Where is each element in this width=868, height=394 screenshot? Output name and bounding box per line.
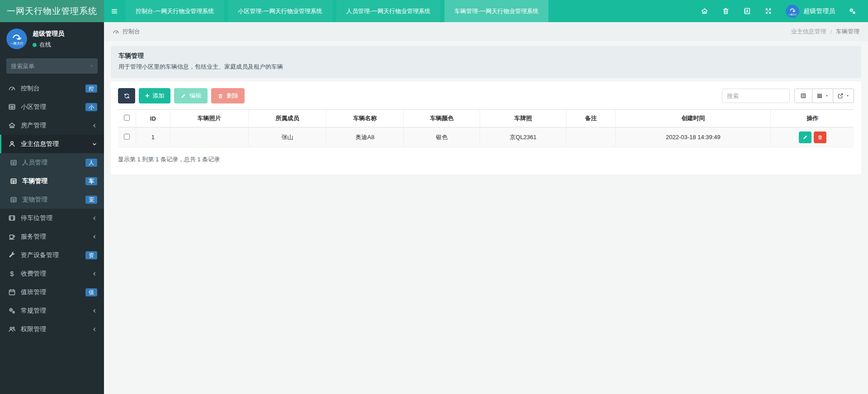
search-icon[interactable] xyxy=(90,63,93,69)
page-header: 车辆管理 用于管理小区里的车辆信息，包括业主、家庭成员及租户的车辆 xyxy=(111,46,861,78)
breadcrumb-home[interactable]: 控制台 xyxy=(113,28,140,36)
pencil-icon xyxy=(802,135,808,140)
table-panel: + 添加 编辑 删除 xyxy=(111,81,861,174)
address-book-icon[interactable] xyxy=(743,7,751,15)
row-delete-button[interactable] xyxy=(814,131,826,143)
table-icon xyxy=(10,159,17,166)
sidebar-user-name: 超级管理员 xyxy=(33,30,64,38)
top-navbar: 一网天行物业管理系统 控制台-一网天行物业管理系统 小区管理-一网天行物业管理系… xyxy=(0,0,868,22)
breadcrumb-separator: / xyxy=(830,28,832,35)
sidebar-item-assets[interactable]: 资产设备管理 资 xyxy=(0,246,104,264)
user-name: 超级管理员 xyxy=(803,7,835,15)
row-edit-button[interactable] xyxy=(799,131,811,143)
cell-name: 奥迪A8 xyxy=(326,127,404,147)
sidebar-item-general[interactable]: 常规管理 xyxy=(0,301,104,320)
sidebar-search-input[interactable] xyxy=(11,63,90,70)
pagination-summary: 显示第 1 到第 1 条记录，总共 1 条记录 xyxy=(118,155,854,164)
svg-text:一网天行: 一网天行 xyxy=(788,13,797,16)
row-select-cell xyxy=(118,127,136,147)
grid-icon xyxy=(816,93,823,99)
tab-dashboard[interactable]: 控制台-一网天行物业管理系统 xyxy=(126,0,224,22)
breadcrumb-section[interactable]: 业主信息管理 xyxy=(791,28,826,36)
trash-icon xyxy=(217,93,223,99)
chevron-left-icon xyxy=(92,216,97,221)
expand-icon[interactable] xyxy=(764,7,772,15)
vehicle-table: ID 车辆照片 所属成员 车辆名称 车辆颜色 车牌照 备注 创建时间 操作 1 … xyxy=(118,109,854,147)
table-icon xyxy=(8,103,16,111)
detail-view-button[interactable] xyxy=(794,89,812,103)
caret-down-icon xyxy=(825,94,829,98)
sidebar-item-service[interactable]: 服务管理 xyxy=(0,227,104,246)
add-button[interactable]: + 添加 xyxy=(139,88,170,103)
export-icon xyxy=(837,93,844,99)
sidebar-item-dashboard[interactable]: 控制台 控 xyxy=(0,79,104,98)
navbar-right: 一网天行 超级管理员 xyxy=(701,0,868,22)
badge: 小 xyxy=(85,103,97,111)
avatar: 一网天行 xyxy=(786,5,799,18)
sidebar-item-pet[interactable]: 宠物管理 宠 xyxy=(0,190,104,209)
page-description: 用于管理小区里的车辆信息，包括业主、家庭成员及租户的车辆 xyxy=(118,63,854,71)
sidebar-avatar: 一网天行 xyxy=(6,28,27,49)
chevron-left-icon xyxy=(92,123,97,128)
chevron-down-icon xyxy=(92,141,97,147)
pencil-icon xyxy=(180,93,186,99)
app-brand[interactable]: 一网天行物业管理系统 xyxy=(0,0,104,22)
sidebar-item-vehicle[interactable]: 车辆管理 车 xyxy=(0,172,104,190)
calendar-icon xyxy=(8,288,16,296)
edit-button[interactable]: 编辑 xyxy=(174,88,208,103)
user-menu[interactable]: 一网天行 超级管理员 xyxy=(786,5,835,18)
badge: 控 xyxy=(85,84,97,93)
tab-personnel[interactable]: 人员管理-一网天行物业管理系统 xyxy=(336,0,440,22)
badge: 人 xyxy=(85,159,97,167)
gears-icon[interactable] xyxy=(849,7,856,15)
badge: 资 xyxy=(85,251,97,259)
sidebar-toggle-button[interactable] xyxy=(104,0,125,22)
page-title: 车辆管理 xyxy=(118,52,854,60)
navbar-spacer xyxy=(548,0,701,22)
delete-button[interactable]: 删除 xyxy=(211,88,245,103)
table-header-row: ID 车辆照片 所属成员 车辆名称 车辆颜色 车牌照 备注 创建时间 操作 xyxy=(118,110,854,127)
sidebar-search xyxy=(6,58,98,74)
detail-view-icon xyxy=(800,93,807,99)
row-checkbox[interactable] xyxy=(124,134,130,140)
sidebar-item-community[interactable]: 小区管理 小 xyxy=(0,98,104,116)
home-icon[interactable] xyxy=(701,7,708,15)
table-search-input[interactable] xyxy=(722,89,790,103)
user-status: 在线 xyxy=(33,41,64,49)
select-all-checkbox[interactable] xyxy=(124,115,130,121)
column-header-created: 创建时间 xyxy=(615,110,771,127)
badge: 车 xyxy=(85,177,97,185)
columns-button[interactable] xyxy=(812,89,833,103)
plus-icon: + xyxy=(145,92,149,99)
cell-created: 2022-03-18 14:39:49 xyxy=(615,127,771,147)
table-row: 1 张山 奥迪A8 银色 京QL2361 2022-03-18 14:39:49 xyxy=(118,127,854,147)
refresh-button[interactable] xyxy=(118,88,135,103)
column-header-photo: 车辆照片 xyxy=(170,110,249,127)
column-header-color: 车辆颜色 xyxy=(404,110,480,127)
table-toolbar: + 添加 编辑 删除 xyxy=(118,88,854,103)
sidebar-item-property[interactable]: 房产管理 xyxy=(0,116,104,135)
cell-ops xyxy=(771,127,854,147)
column-header-ops: 操作 xyxy=(771,110,854,127)
dashboard-icon xyxy=(113,28,119,35)
user-icon xyxy=(8,140,16,148)
trash-icon[interactable] xyxy=(722,7,730,15)
tab-community[interactable]: 小区管理-一网天行物业管理系统 xyxy=(228,0,332,22)
sidebar-item-personnel[interactable]: 人员管理 人 xyxy=(0,153,104,172)
online-dot-icon xyxy=(33,43,37,47)
column-header-plate: 车牌照 xyxy=(480,110,566,127)
sidebar-item-parking[interactable]: 停车位管理 xyxy=(0,209,104,227)
sidebar-item-duty[interactable]: 值班管理 值 xyxy=(0,283,104,301)
cell-id: 1 xyxy=(136,127,170,147)
tab-vehicle[interactable]: 车辆管理-一网天行物业管理系统 xyxy=(444,0,548,22)
sidebar-item-owner-info[interactable]: 业主信息管理 xyxy=(0,135,104,153)
caret-down-icon xyxy=(846,94,849,98)
sidebar-item-permission[interactable]: 权限管理 xyxy=(0,320,104,338)
sidebar-item-charging[interactable]: $ 收费管理 xyxy=(0,264,104,283)
breadcrumb: 控制台 业主信息管理 / 车辆管理 xyxy=(104,22,868,41)
badge: 宠 xyxy=(85,196,97,204)
svg-text:一网天行: 一网天行 xyxy=(10,42,24,46)
dashboard-icon xyxy=(8,84,16,92)
export-button[interactable] xyxy=(833,89,854,103)
gears-icon xyxy=(8,307,16,314)
